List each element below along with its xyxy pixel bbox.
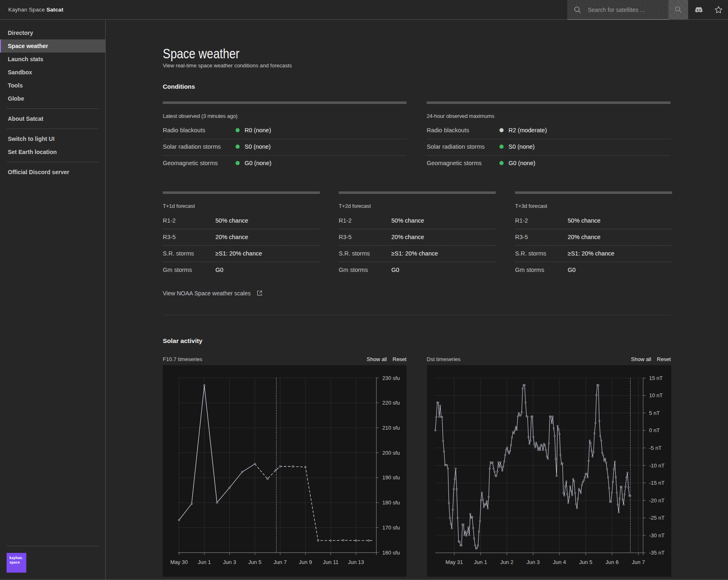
svg-text:Jun 3: Jun 3 — [223, 559, 236, 565]
svg-text:10 nT: 10 nT — [649, 392, 663, 398]
svg-text:-25 nT: -25 nT — [649, 515, 665, 521]
svg-text:Jun 3: Jun 3 — [527, 559, 540, 565]
svg-text:5 nT: 5 nT — [649, 410, 660, 416]
svg-text:160 sfu: 160 sfu — [382, 550, 400, 556]
svg-text:-10 nT: -10 nT — [649, 463, 665, 469]
svg-text:-30 nT: -30 nT — [649, 532, 665, 539]
svg-text:Jun 2: Jun 2 — [500, 559, 513, 565]
svg-text:Jun 9: Jun 9 — [299, 559, 312, 565]
svg-text:-15 nT: -15 nT — [649, 480, 665, 486]
svg-text:Jun 6: Jun 6 — [606, 559, 619, 565]
svg-text:-5 nT: -5 nT — [649, 445, 661, 451]
svg-text:220 sfu: 220 sfu — [382, 400, 400, 406]
svg-text:-35 nT: -35 nT — [649, 550, 665, 556]
svg-text:-20 nT: -20 nT — [649, 497, 665, 504]
svg-text:0 nT: 0 nT — [649, 427, 660, 433]
svg-text:15 nT: 15 nT — [649, 375, 663, 381]
svg-text:Jun 11: Jun 11 — [323, 559, 338, 565]
svg-text:Jun 1: Jun 1 — [474, 559, 487, 565]
svg-text:180 sfu: 180 sfu — [382, 499, 400, 506]
svg-text:Jun 13: Jun 13 — [348, 559, 364, 565]
svg-text:210 sfu: 210 sfu — [382, 425, 400, 431]
svg-text:170 sfu: 170 sfu — [382, 525, 400, 531]
svg-text:Jun 1: Jun 1 — [198, 559, 211, 565]
svg-text:230 sfu: 230 sfu — [382, 375, 400, 381]
svg-text:May 30: May 30 — [170, 559, 188, 565]
svg-text:Jun 4: Jun 4 — [553, 559, 566, 565]
svg-text:Jun 5: Jun 5 — [579, 559, 592, 565]
svg-text:Jun 5: Jun 5 — [248, 559, 261, 565]
svg-text:Jun 7: Jun 7 — [274, 559, 287, 565]
svg-text:190 sfu: 190 sfu — [382, 474, 400, 481]
svg-text:200 sfu: 200 sfu — [382, 450, 400, 456]
svg-text:May 31: May 31 — [445, 559, 463, 565]
svg-text:Jun 7: Jun 7 — [632, 559, 645, 565]
